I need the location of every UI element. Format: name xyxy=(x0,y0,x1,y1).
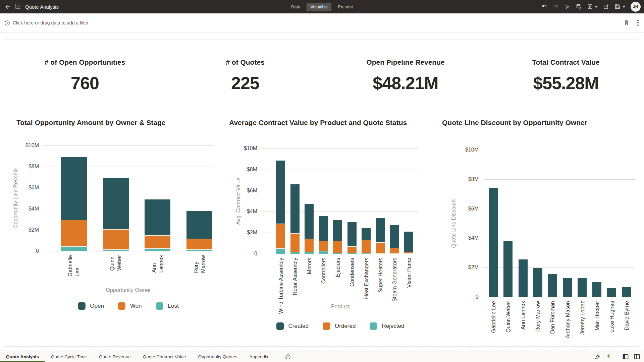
kebab-menu-icon[interactable] xyxy=(637,19,639,26)
bar-segment-rejected[interactable] xyxy=(290,252,300,254)
bar[interactable] xyxy=(390,225,399,254)
bar-segment-ordered[interactable] xyxy=(347,246,357,253)
legend-item-ordered[interactable]: Ordered xyxy=(323,322,356,330)
bar-segment-created[interactable] xyxy=(362,228,371,240)
canvas-tab-appendix[interactable]: Appendix xyxy=(244,351,274,362)
bar-segment-won[interactable] xyxy=(103,229,129,249)
bar[interactable] xyxy=(607,288,616,297)
bar-segment-lost[interactable] xyxy=(186,249,212,251)
bar[interactable] xyxy=(347,222,357,254)
kpi-tile-open-opportunities[interactable]: # of Open Opportunities 760 xyxy=(5,44,165,107)
bar-segment-quote-line-discount[interactable] xyxy=(548,274,557,297)
bar-segment-won[interactable] xyxy=(186,239,212,249)
kpi-tile-total-contract-value[interactable]: Total Contract Value $55.28M xyxy=(486,44,644,107)
tab-present[interactable]: Present xyxy=(334,3,357,11)
bar-segment-created[interactable] xyxy=(347,222,357,246)
bar[interactable] xyxy=(319,216,328,254)
bar-segment-created[interactable] xyxy=(276,161,285,224)
notes-menu-button[interactable] xyxy=(587,4,598,10)
bar[interactable] xyxy=(362,228,371,254)
canvas-tab-opportunity-quotes[interactable]: Opportunity Quotes xyxy=(192,351,243,362)
bar-segment-quote-line-discount[interactable] xyxy=(489,188,498,297)
bar-segment-ordered[interactable] xyxy=(362,240,371,253)
bar[interactable] xyxy=(61,157,87,251)
bar[interactable] xyxy=(103,178,129,251)
bar-segment-quote-line-discount[interactable] xyxy=(533,268,542,297)
bar-segment-created[interactable] xyxy=(390,225,399,248)
bar-segment-quote-line-discount[interactable] xyxy=(592,282,601,297)
legend-item-rejected[interactable]: Rejected xyxy=(370,322,404,330)
panel-left-filled-button[interactable] xyxy=(623,354,629,359)
bar-segment-rejected[interactable] xyxy=(362,253,371,254)
bar-segment-won[interactable] xyxy=(61,220,87,246)
brush-style-button[interactable] xyxy=(594,354,600,360)
chart-quote-line-discount[interactable]: Quote Line Discount by Opportunity Owner… xyxy=(427,111,638,346)
legend-item-created[interactable]: Created xyxy=(276,322,309,330)
bar-segment-created[interactable] xyxy=(305,204,314,239)
kpi-tile-quotes[interactable]: # of Quotes 225 xyxy=(165,44,325,107)
bar[interactable] xyxy=(333,220,342,254)
legend-item-won[interactable]: Won xyxy=(118,302,142,310)
bar[interactable] xyxy=(276,161,285,254)
bar-segment-ordered[interactable] xyxy=(319,241,328,251)
bar-segment-ordered[interactable] xyxy=(376,242,385,253)
back-button[interactable] xyxy=(5,4,11,10)
open-as-button[interactable] xyxy=(603,4,609,10)
bar[interactable] xyxy=(533,268,542,297)
bar-segment-quote-line-discount[interactable] xyxy=(578,278,587,297)
kpi-tile-open-pipeline-revenue[interactable]: Open Pipeline Revenue $48.21M xyxy=(325,44,486,107)
bar[interactable] xyxy=(503,241,513,297)
bar[interactable] xyxy=(519,259,528,297)
bar-segment-rejected[interactable] xyxy=(347,253,357,254)
bar[interactable] xyxy=(592,282,601,297)
spark-icon[interactable] xyxy=(606,353,611,360)
legend-item-open[interactable]: Open xyxy=(78,302,104,310)
bar-segment-quote-line-discount[interactable] xyxy=(519,259,528,297)
bar-segment-rejected[interactable] xyxy=(305,252,314,254)
bar[interactable] xyxy=(548,274,557,297)
bar-segment-open[interactable] xyxy=(61,157,87,220)
bar-segment-quote-line-discount[interactable] xyxy=(622,287,631,297)
bar-segment-quote-line-discount[interactable] xyxy=(607,288,616,297)
bar-segment-won[interactable] xyxy=(145,235,170,248)
tab-data[interactable]: Data xyxy=(287,3,304,11)
canvas-properties-button[interactable] xyxy=(624,20,629,26)
tab-visualize[interactable]: Visualize xyxy=(307,3,331,11)
add-filter-dropzone[interactable]: Click here or drag data to add a filter xyxy=(0,20,89,26)
bar-segment-open[interactable] xyxy=(145,199,170,235)
bar[interactable] xyxy=(186,211,212,251)
bar-segment-ordered[interactable] xyxy=(290,233,300,252)
bar-segment-rejected[interactable] xyxy=(376,253,385,254)
bar-segment-lost[interactable] xyxy=(61,246,87,251)
bar-segment-quote-line-discount[interactable] xyxy=(563,278,572,297)
bar[interactable] xyxy=(622,287,631,297)
redo-button[interactable] xyxy=(553,4,559,10)
canvas-tab-quote-cycle-time[interactable]: Quote Cycle Time xyxy=(45,351,93,362)
chart-total-opportunity-amount[interactable]: Total Opportunity Amount by Owner & Stag… xyxy=(5,111,216,346)
bar-segment-created[interactable] xyxy=(290,184,300,233)
chart-average-contract-value[interactable]: Average Contract Value by Product and Qu… xyxy=(216,111,427,346)
undo-button[interactable] xyxy=(541,4,547,10)
bar[interactable] xyxy=(145,199,170,251)
save-menu-button[interactable] xyxy=(614,4,625,10)
bar-segment-created[interactable] xyxy=(333,220,342,241)
panel-left-outline-button[interactable] xyxy=(634,354,640,359)
bar[interactable] xyxy=(563,278,572,297)
canvas-tab-quote-contract-value[interactable]: Quote Contract Value xyxy=(137,351,192,362)
bar[interactable] xyxy=(290,184,300,254)
bar[interactable] xyxy=(305,204,314,254)
bar-segment-created[interactable] xyxy=(319,216,328,241)
user-avatar[interactable]: JH xyxy=(631,2,641,12)
bar-segment-rejected[interactable] xyxy=(276,248,285,254)
bar[interactable] xyxy=(404,232,413,254)
bar-segment-ordered[interactable] xyxy=(276,224,285,248)
bar-segment-ordered[interactable] xyxy=(305,239,314,252)
bar-segment-rejected[interactable] xyxy=(390,253,399,254)
refresh-data-button[interactable] xyxy=(576,4,582,10)
bar[interactable] xyxy=(376,218,385,254)
bar[interactable] xyxy=(489,188,498,297)
bar-segment-open[interactable] xyxy=(103,178,129,229)
bar-segment-ordered[interactable] xyxy=(390,248,399,253)
bar-segment-open[interactable] xyxy=(186,211,212,239)
bar-segment-rejected[interactable] xyxy=(404,253,413,254)
